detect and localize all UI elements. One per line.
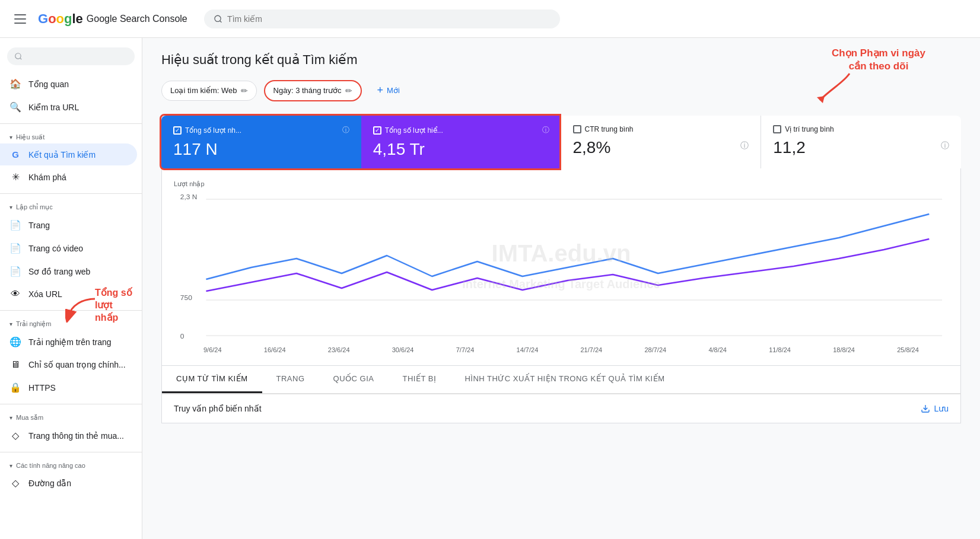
sidebar-search[interactable] bbox=[7, 47, 135, 65]
sidebar-label-chi-so: Chỉ số quan trọng chính... bbox=[28, 360, 126, 369]
performance-chart: 2,3 N 750 0 bbox=[174, 190, 949, 345]
metric-checkbox-position[interactable] bbox=[773, 125, 781, 133]
sidebar-item-https[interactable]: 🔒 HTTPS bbox=[0, 376, 137, 399]
tab-thiet-bi[interactable]: THIẾT BỊ bbox=[388, 366, 450, 393]
explore-icon: ✳ bbox=[9, 171, 21, 183]
tabs-bar: CỤM TỪ TÌM KIẾM TRANG QUỐC GIA THIẾT BỊ … bbox=[161, 366, 961, 394]
sidebar-item-trang-co-video[interactable]: 📄 Trang có video bbox=[0, 237, 137, 260]
sidebar-divider-4 bbox=[0, 404, 142, 404]
svg-point-1 bbox=[15, 53, 21, 59]
sidebar-label-tong-quan: Tổng quan bbox=[28, 79, 69, 89]
https-icon: 🔒 bbox=[9, 382, 21, 393]
tab-cum-tu-tim-kiem[interactable]: CỤM TỪ TÌM KIẾM bbox=[162, 366, 262, 393]
chevron-icon-4: ▾ bbox=[9, 414, 12, 421]
sidebar-section-hieu-suat[interactable]: ▾ Hiệu suất bbox=[0, 129, 142, 143]
download-button[interactable]: Lưu bbox=[921, 404, 949, 413]
metric-card-position[interactable]: Vị trí trung bình 11,2 ⓘ bbox=[761, 116, 961, 168]
app-body: 🏠 Tổng quan 🔍 Kiểm tra URL ▾ Hiệu suất G… bbox=[0, 38, 980, 539]
tab-hinh-thuc-xuat-hien[interactable]: HÌNH THỨC XUẤT HIỆN TRONG KẾT QUẢ TÌM KI… bbox=[450, 366, 679, 393]
edit-icon-2: ✏ bbox=[345, 86, 352, 95]
sidebar-item-kiem-tra-url[interactable]: 🔍 Kiểm tra URL bbox=[0, 95, 137, 119]
tab-trang[interactable]: TRANG bbox=[262, 366, 319, 393]
tab-quoc-gia[interactable]: QUỐC GIA bbox=[319, 366, 389, 393]
inspect-icon: 🔍 bbox=[9, 101, 21, 113]
plus-icon: + bbox=[377, 84, 384, 97]
metric-card-ctr[interactable]: CTR trung bình 2,8% ⓘ bbox=[561, 116, 762, 168]
info-icon-ctr: ⓘ bbox=[740, 141, 749, 151]
sidebar-divider-2 bbox=[0, 193, 142, 194]
info-icon-clicks: ⓘ bbox=[342, 125, 349, 135]
x-label-5: 14/7/24 bbox=[517, 346, 539, 353]
x-label-10: 18/8/24 bbox=[833, 346, 855, 353]
app-title: Google Search Console bbox=[87, 14, 187, 24]
sidebar-section-mua-sam[interactable]: ▾ Mua sắm bbox=[0, 409, 142, 424]
sidebar-item-duong-dan[interactable]: ◇ Đường dẫn bbox=[0, 471, 137, 495]
x-label-3: 30/6/24 bbox=[392, 346, 414, 353]
x-label-6: 21/7/24 bbox=[581, 346, 603, 353]
sidebar-item-ket-qua-tim-kiem[interactable]: G Kết quả Tìm kiếm bbox=[0, 143, 137, 165]
search-icon bbox=[214, 14, 222, 24]
x-label-7: 28/7/24 bbox=[644, 346, 666, 353]
sidebar-item-trang-thong-tin[interactable]: ◇ Trang thông tin thẻ mua... bbox=[0, 424, 137, 447]
add-new-button[interactable]: + Mới bbox=[369, 79, 408, 101]
main-content: Hiệu suất trong kết quả Tìm kiếm Loại tì… bbox=[142, 38, 980, 539]
sidebar-label-ket-qua: Kết quả Tìm kiếm bbox=[28, 150, 96, 160]
date-range-filter[interactable]: Ngày: 3 tháng trước ✏ bbox=[264, 80, 362, 101]
sidebar-section-trai-nghiem[interactable]: ▾ Trải nghiệm bbox=[0, 315, 142, 330]
metric-label-impressions: Tổng số lượt hiể... bbox=[385, 126, 443, 135]
sidebar-divider-3 bbox=[0, 310, 142, 311]
sidebar-item-trang[interactable]: 📄 Trang bbox=[0, 213, 137, 237]
topbar: Google Google Search Console bbox=[0, 0, 980, 38]
svg-text:750: 750 bbox=[180, 294, 192, 301]
sidebar-label-trang-co-video: Trang có video bbox=[28, 244, 83, 253]
sidebar-section-nang-cao[interactable]: ▾ Các tính năng nâng cao bbox=[0, 457, 142, 471]
chevron-icon-2: ▾ bbox=[9, 204, 12, 211]
search-input[interactable] bbox=[227, 14, 551, 24]
sidebar-label-so-do: Sơ đồ trang web bbox=[28, 267, 90, 276]
sidebar-item-xoa-url[interactable]: 👁 Xóa URL bbox=[0, 283, 137, 305]
svg-marker-2 bbox=[817, 96, 825, 103]
metric-label-ctr: CTR trung bình bbox=[585, 125, 634, 133]
sidebar-label-trang: Trang bbox=[28, 221, 50, 230]
sidebar-label-trang-thong-tin: Trang thông tin thẻ mua... bbox=[28, 431, 124, 441]
chevron-icon-5: ▾ bbox=[9, 463, 12, 469]
chevron-icon: ▾ bbox=[9, 134, 12, 141]
x-label-1: 16/6/24 bbox=[264, 346, 286, 353]
x-label-0: 9/6/24 bbox=[203, 346, 222, 353]
metric-label-position: Vị trí trung bình bbox=[785, 125, 833, 133]
sidebar: 🏠 Tổng quan 🔍 Kiểm tra URL ▾ Hiệu suất G… bbox=[0, 38, 142, 539]
chart-y-label: Lượt nhập bbox=[174, 180, 949, 188]
vitals-icon: 🖥 bbox=[9, 359, 21, 370]
menu-icon[interactable] bbox=[9, 9, 31, 28]
home-icon: 🏠 bbox=[9, 78, 21, 90]
sidebar-divider-1 bbox=[0, 123, 142, 124]
breadcrumb-icon: ◇ bbox=[9, 477, 21, 489]
sidebar-item-so-do-trang-web[interactable]: 📄 Sơ đồ trang web bbox=[0, 260, 137, 283]
metric-card-clicks[interactable]: Tổng số lượt nh... ⓘ 117 N bbox=[161, 116, 361, 168]
sidebar-section-lap-chi-muc[interactable]: ▾ Lập chỉ mục bbox=[0, 199, 142, 213]
sidebar-label-https: HTTPS bbox=[28, 383, 56, 393]
x-label-2: 23/6/24 bbox=[328, 346, 350, 353]
metric-value-impressions: 4,15 Tr bbox=[373, 140, 549, 159]
search-type-label: Loại tìm kiếm: Web bbox=[170, 86, 237, 95]
x-label-11: 25/8/24 bbox=[897, 346, 919, 353]
metric-checkbox-ctr[interactable] bbox=[573, 125, 581, 133]
bottom-section: Truy vấn phổ biến nhất Lưu bbox=[161, 394, 961, 423]
search-bar[interactable] bbox=[204, 9, 560, 28]
x-label-9: 11/8/24 bbox=[769, 346, 791, 353]
google-g-icon: G bbox=[9, 149, 21, 160]
search-type-filter[interactable]: Loại tìm kiếm: Web ✏ bbox=[161, 81, 257, 101]
sidebar-label-duong-dan: Đường dẫn bbox=[28, 479, 71, 488]
sidebar-divider-5 bbox=[0, 452, 142, 452]
metric-checkbox-clicks[interactable] bbox=[173, 126, 182, 135]
metric-card-impressions[interactable]: Tổng số lượt hiể... ⓘ 4,15 Tr bbox=[361, 116, 561, 168]
download-label: Lưu bbox=[934, 404, 949, 413]
sidebar-item-tong-quan[interactable]: 🏠 Tổng quan bbox=[0, 72, 137, 95]
tab-label-3: THIẾT BỊ bbox=[402, 374, 436, 383]
sidebar-item-chi-so-quan-trong[interactable]: 🖥 Chỉ số quan trọng chính... bbox=[0, 353, 137, 376]
metric-label-clicks: Tổng số lượt nh... bbox=[185, 126, 241, 135]
metric-checkbox-impressions[interactable] bbox=[373, 126, 381, 135]
sidebar-item-trai-nghiem-tren-trang[interactable]: 🌐 Trải nghiệm trên trang bbox=[0, 330, 137, 353]
sidebar-item-kham-pha[interactable]: ✳ Khám phá bbox=[0, 165, 137, 189]
page-icon: 📄 bbox=[9, 219, 21, 231]
